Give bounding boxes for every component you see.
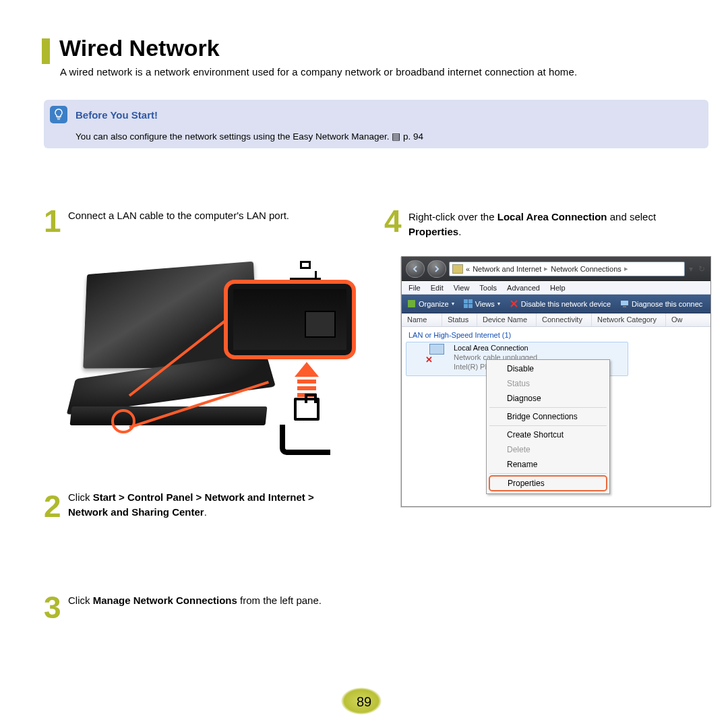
col-name[interactable]: Name (402, 313, 442, 326)
step-2-path: Start > Control Panel > Network and Inte… (68, 491, 314, 518)
connection-name: Local Area Connection (454, 344, 537, 353)
svg-rect-0 (408, 300, 415, 307)
step-1-number: 1 (44, 206, 61, 237)
lan-cable-illustration (64, 260, 357, 452)
title-accent (42, 38, 50, 64)
step-3-text: Click Manage Network Connections from th… (68, 593, 338, 608)
menu-help[interactable]: Help (550, 284, 566, 292)
views-button[interactable]: Views▾ (464, 299, 500, 308)
address-prefix: « (466, 265, 470, 273)
ctx-delete: Delete (488, 442, 608, 457)
svg-rect-4 (468, 304, 473, 308)
breadcrumb-1[interactable]: Network and Internet (473, 265, 541, 273)
before-body-text: You can also configure the network setti… (75, 131, 392, 142)
refresh-button[interactable]: ↻ (697, 264, 706, 274)
context-menu: Disable Status Diagnose Bridge Connectio… (486, 359, 610, 494)
ctx-diagnose[interactable]: Diagnose (488, 391, 608, 406)
ctx-separator (489, 425, 607, 426)
col-owner[interactable]: Ow (666, 313, 710, 326)
ctx-properties[interactable]: Properties (489, 475, 607, 491)
step-4-b: Local Area Connection (497, 211, 607, 222)
step-3-bold: Manage Network Connections (93, 595, 237, 606)
error-x-icon: ✕ (425, 355, 433, 365)
ctx-bridge[interactable]: Bridge Connections (488, 409, 608, 424)
ctx-status: Status (488, 376, 608, 391)
step-3-suffix: from the left pane. (237, 595, 322, 606)
before-title: Before You Start! (75, 109, 158, 121)
step-4-e: . (458, 226, 461, 237)
port-highlight-ring (111, 409, 135, 433)
address-dropdown[interactable]: ▾ (688, 264, 694, 274)
step-4-d: Properties (408, 226, 458, 237)
page-title: Wired Network (59, 35, 220, 61)
nav-forward-button[interactable] (427, 260, 446, 278)
lan-port-callout (224, 280, 356, 359)
diagnose-label: Diagnose this connec (632, 300, 702, 308)
diagnose-button[interactable]: Diagnose this connec (620, 299, 702, 308)
page-number: 89 (0, 694, 728, 710)
menu-advanced[interactable]: Advanced (507, 284, 540, 292)
step-2-number: 2 (44, 491, 61, 522)
menu-bar: File Edit View Tools Advanced Help (402, 281, 710, 295)
rj45-port-icon (305, 311, 336, 338)
page-subtitle: A wired network is a network environment… (60, 66, 577, 78)
breadcrumb-sep: ▸ (624, 264, 628, 273)
ctx-separator (489, 473, 607, 474)
menu-tools[interactable]: Tools (479, 284, 497, 292)
window-navbar: « Network and Internet ▸ Network Connect… (402, 257, 710, 281)
step-3-prefix: Click (68, 595, 93, 606)
svg-rect-5 (621, 301, 628, 305)
col-connectivity[interactable]: Connectivity (537, 313, 592, 326)
column-headers: Name Status Device Name Connectivity Net… (402, 313, 710, 327)
step-4-number: 4 (384, 206, 402, 237)
lightbulb-icon (50, 106, 67, 123)
step-2-prefix: Click (68, 491, 93, 503)
page-ref: ▤ p. 94 (392, 131, 423, 142)
col-status[interactable]: Status (442, 313, 477, 326)
svg-rect-1 (464, 299, 468, 303)
connection-group-header: LAN or High-Speed Internet (1) (402, 327, 710, 342)
svg-rect-3 (464, 304, 468, 308)
rj45-plug-icon (294, 398, 320, 421)
arrow-up-icon (295, 362, 319, 377)
address-bar[interactable]: « Network and Internet ▸ Network Connect… (449, 262, 685, 276)
organize-button[interactable]: Organize▾ (407, 299, 454, 308)
step-2-text: Click Start > Control Panel > Network an… (68, 490, 351, 520)
svg-rect-2 (468, 299, 473, 303)
step-4-text: Right-click over the Local Area Connecti… (408, 210, 692, 239)
ctx-shortcut[interactable]: Create Shortcut (488, 427, 608, 442)
disable-device-button[interactable]: Disable this network device (510, 299, 611, 308)
breadcrumb-sep: ▸ (544, 264, 548, 273)
views-label: Views (475, 300, 495, 308)
before-body: You can also configure the network setti… (75, 131, 423, 142)
ctx-rename[interactable]: Rename (488, 457, 608, 472)
nav-back-button[interactable] (406, 260, 425, 278)
menu-edit[interactable]: Edit (431, 284, 444, 292)
breadcrumb-2[interactable]: Network Connections (551, 265, 621, 273)
cable-icon (280, 425, 330, 455)
command-bar: Organize▾ Views▾ Disable this network de… (402, 295, 710, 313)
organize-label: Organize (419, 300, 449, 308)
step-4-a: Right-click over the (408, 211, 497, 222)
col-network-category[interactable]: Network Category (592, 313, 666, 326)
ctx-separator (489, 407, 607, 408)
network-connections-window: « Network and Internet ▸ Network Connect… (401, 256, 711, 507)
ctx-disable[interactable]: Disable (488, 361, 608, 376)
svg-rect-6 (623, 306, 626, 307)
step-4-c: and select (607, 211, 657, 222)
step-1-text: Connect a LAN cable to the computer's LA… (68, 210, 289, 221)
disable-label: Disable this network device (521, 300, 611, 308)
step-3-number: 3 (44, 592, 61, 623)
connection-icon: ✕ (425, 344, 448, 364)
col-device-name[interactable]: Device Name (477, 313, 537, 326)
menu-view[interactable]: View (454, 284, 470, 292)
menu-file[interactable]: File (408, 284, 421, 292)
step-2-suffix: . (204, 506, 207, 518)
folder-icon (452, 264, 463, 274)
